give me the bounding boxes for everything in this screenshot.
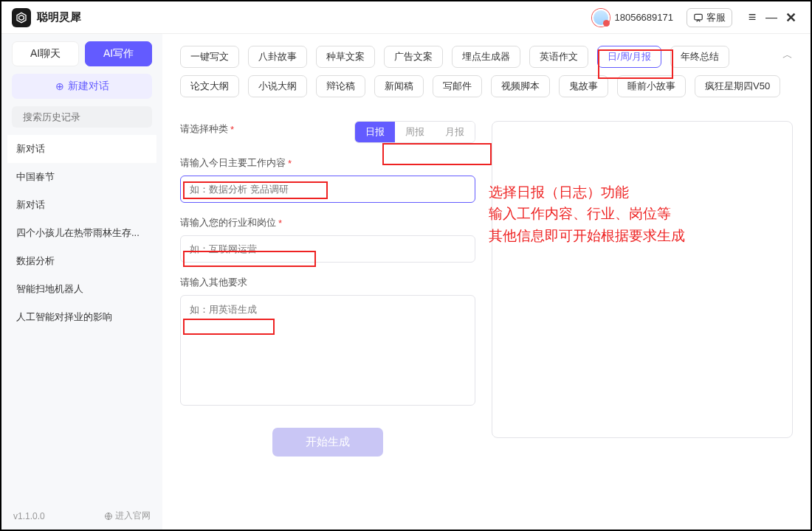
history-item[interactable]: 新对话 [7,191,156,219]
avatar[interactable] [592,9,610,27]
template-chips: 一键写文 八卦故事 种草文案 广告文案 埋点生成器 英语作文 日/周/月报 年终… [180,46,793,68]
chip[interactable]: 写邮件 [433,75,482,97]
svg-rect-0 [695,14,703,20]
user-phone: 18056689171 [614,12,673,23]
other-req-input[interactable] [180,295,475,406]
chip[interactable]: 埋点生成器 [452,46,520,68]
chip[interactable]: 八卦故事 [248,46,307,68]
app-logo [12,8,31,27]
seg-daily[interactable]: 日报 [355,122,395,142]
new-chat-button[interactable]: ⊕ 新建对话 [12,74,152,99]
history-item[interactable]: 四个小孩儿在热带雨林生存... [7,219,156,247]
history-item[interactable]: 人工智能对择业的影响 [7,303,156,331]
content: 一键写文 八卦故事 种草文案 广告文案 埋点生成器 英语作文 日/周/月报 年终… [162,34,811,530]
plus-icon: ⊕ [55,80,64,92]
history-item[interactable]: 中国春节 [7,163,156,191]
chip[interactable]: 种草文案 [316,46,375,68]
industry-label: 请输入您的行业和岗位* [180,216,475,229]
globe-icon [104,512,113,521]
chip[interactable]: 英语作文 [529,46,588,68]
seg-weekly[interactable]: 周报 [395,122,435,142]
sidebar: AI聊天 AI写作 ⊕ 新建对话 新对话 中国春节 新对话 四个小孩儿在热带雨林… [1,34,162,530]
search-input[interactable] [23,111,147,122]
titlebar: 聪明灵犀 18056689171 客服 ≡ — ✕ [1,1,811,34]
customer-service-button[interactable]: 客服 [687,8,732,27]
history-list: 新对话 中国春节 新对话 四个小孩儿在热带雨林生存... 数据分析 智能扫地机器… [7,135,156,505]
minimize-icon[interactable]: — [762,11,781,24]
close-icon[interactable]: ✕ [781,10,800,26]
chip[interactable]: 一键写文 [180,46,239,68]
customer-service-label: 客服 [706,11,726,24]
history-item[interactable]: 数据分析 [7,247,156,275]
other-req-label: 请输入其他要求 [180,276,475,289]
chip[interactable]: 新闻稿 [374,75,424,97]
work-content-label: 请输入今日主要工作内容* [180,156,475,170]
seg-monthly[interactable]: 月报 [435,122,475,142]
work-content-input[interactable] [180,176,475,203]
chip[interactable]: 广告文案 [384,46,443,68]
menu-icon[interactable]: ≡ [743,10,762,25]
new-chat-label: 新建对话 [68,80,109,93]
official-site-label: 进入官网 [115,510,151,522]
industry-input[interactable] [180,235,475,263]
chip[interactable]: 小说大纲 [248,75,307,97]
version-label: v1.1.0.0 [13,511,45,521]
search-box[interactable] [12,106,152,128]
report-type-segment: 日报 周报 月报 [354,121,475,143]
chip[interactable]: 睡前小故事 [617,75,686,97]
chip[interactable]: 疯狂星期四V50 [695,75,780,97]
chip-report[interactable]: 日/周/月报 [597,46,661,68]
output-panel [492,121,793,438]
app-title: 聪明灵犀 [37,10,81,24]
generate-button[interactable]: 开始生成 [272,428,383,457]
official-site-link[interactable]: 进入官网 [104,510,151,522]
chip[interactable]: 年终总结 [670,46,729,68]
tab-ai-chat[interactable]: AI聊天 [12,41,79,66]
history-item[interactable]: 新对话 [7,135,156,163]
chip[interactable]: 辩论稿 [316,75,365,97]
chip[interactable]: 视频脚本 [491,75,550,97]
chip[interactable]: 论文大纲 [180,75,239,97]
history-item[interactable]: 智能扫地机器人 [7,275,156,303]
collapse-icon[interactable]: ︿ [782,49,793,62]
type-label: 请选择种类* [180,122,234,136]
chip[interactable]: 鬼故事 [559,75,608,97]
tab-ai-write[interactable]: AI写作 [85,41,152,66]
